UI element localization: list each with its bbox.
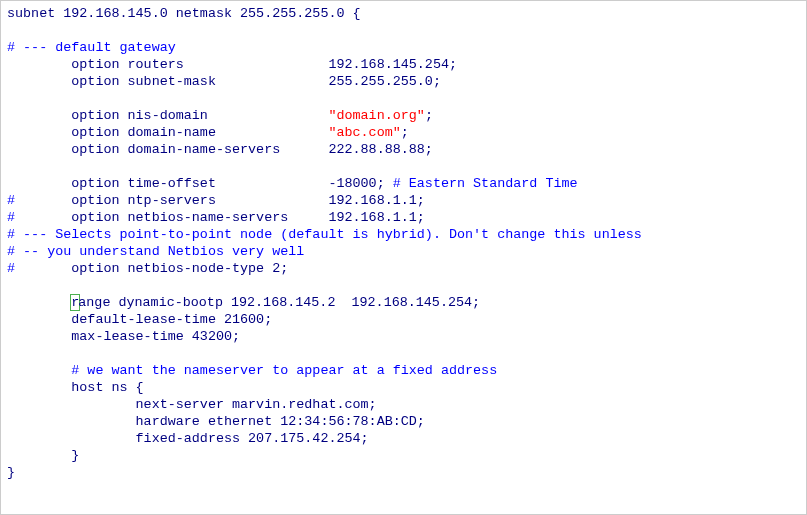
code-line: next-server marvin.redhat.com;	[7, 397, 377, 412]
code-line: ;	[425, 108, 433, 123]
code-line: option domain-name-servers 222.88.88.88;	[7, 142, 433, 157]
comment-hash: #	[7, 193, 15, 208]
code-line: option netbios-node-type 2;	[15, 261, 288, 276]
code-line: option domain-name	[7, 125, 328, 140]
code-line: fixed-address 207.175.42.254;	[7, 431, 369, 446]
comment-hash: #	[7, 261, 15, 276]
code-line: }	[7, 448, 79, 463]
code-line: option ntp-servers 192.168.1.1;	[15, 193, 425, 208]
comment-line: # we want the nameserver to appear at a …	[7, 363, 497, 378]
comment-line: # --- Selects point-to-point node (defau…	[7, 227, 642, 242]
code-line: option time-offset -18000;	[7, 176, 393, 191]
comment-hash: #	[7, 210, 15, 225]
code-line: option subnet-mask 255.255.255.0;	[7, 74, 441, 89]
string-literal: "domain.org"	[328, 108, 424, 123]
string-literal: "abc.com"	[328, 125, 400, 140]
config-file-snippet: subnet 192.168.145.0 netmask 255.255.255…	[0, 0, 807, 515]
code-line: option routers 192.168.145.254;	[7, 57, 457, 72]
comment-inline: # Eastern Standard Time	[393, 176, 578, 191]
code-line: ;	[401, 125, 409, 140]
code-line: }	[7, 465, 15, 480]
code-line: hardware ethernet 12:34:56:78:AB:CD;	[7, 414, 425, 429]
code-line: option netbios-name-servers 192.168.1.1;	[15, 210, 425, 225]
code-indent	[7, 295, 71, 310]
comment-line: # --- default gateway	[7, 40, 176, 55]
code-line: max-lease-time 43200;	[7, 329, 240, 344]
code-line: default-lease-time 21600;	[7, 312, 272, 327]
code-line: option nis-domain	[7, 108, 328, 123]
code-line: ange dynamic-bootp 192.168.145.2 192.168…	[78, 295, 480, 310]
code-line: subnet 192.168.145.0 netmask 255.255.255…	[7, 6, 361, 21]
code-line: host ns {	[7, 380, 144, 395]
comment-line: # -- you understand Netbios very well	[7, 244, 304, 259]
